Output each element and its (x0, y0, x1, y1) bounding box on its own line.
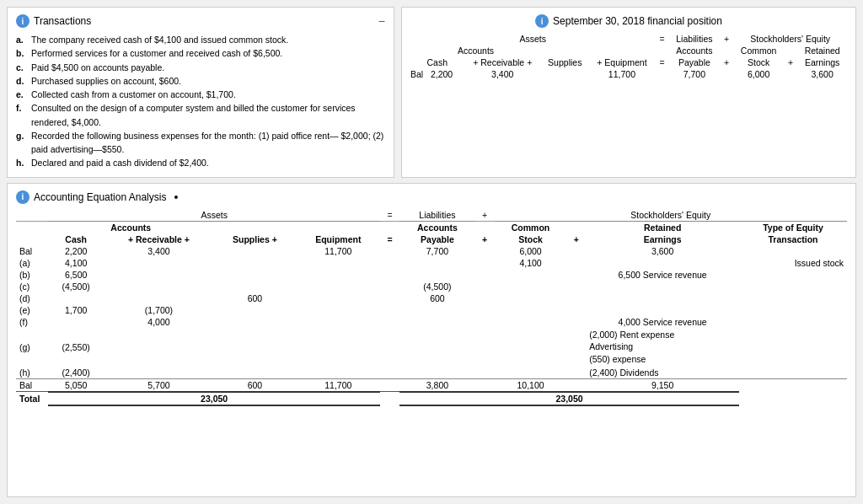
eq-header-row1: Assets = Liabilities + Stockholders' Equ… (16, 209, 847, 222)
eq-row-h: (h) (2,400) (2,400) Dividends (16, 367, 847, 379)
list-item: d. Purchased supplies on account, $600. (16, 74, 385, 88)
minimize-button[interactable]: − (378, 14, 385, 28)
fin-header-row1: Assets = Liabilities + Stockholders' Equ… (410, 33, 847, 45)
eq-row-f: (f) 4,000 4,000 Service revenue (16, 316, 847, 328)
eq-header-row2: Accounts Accounts Common Retained Type o… (16, 221, 847, 233)
fin-header-row3: Cash + Receivable + Supplies + Equipment… (410, 56, 847, 68)
list-item: g. Recorded the following business expen… (16, 129, 385, 157)
fin-bal-row: Bal 2,200 3,400 11,700 7,700 6,000 3,600 (410, 68, 847, 80)
list-item: f. Consulted on the design of a computer… (16, 101, 385, 129)
financial-title: September 30, 2018 financial position (553, 15, 722, 27)
info-icon-fin: i (535, 14, 549, 28)
eq-bal-row: Bal 2,200 3,400 11,700 7,700 6,000 3,600 (16, 245, 847, 257)
transactions-header: i Transactions − (16, 14, 385, 28)
financial-header: i September 30, 2018 financial position (410, 14, 847, 28)
transactions-title: Transactions (34, 15, 91, 27)
list-item: h. Declared and paid a cash dividend of … (16, 156, 385, 169)
eq-total-row: Total 23,050 23,050 (16, 392, 847, 405)
eq-row-a: (a) 4,100 4,100 Issued stock (16, 257, 847, 269)
eq-row-c: (c) (4,500) (4,500) (16, 281, 847, 292)
transactions-panel: i Transactions − a. The company received… (7, 7, 394, 178)
eq-bal2-row: Bal 5,050 5,700 600 11,700 3,800 10,100 … (16, 378, 847, 392)
eq-header-row3: Cash + Receivable + Supplies + Equipment… (16, 233, 847, 245)
transactions-list: a. The company received cash of $4,100 a… (16, 33, 385, 170)
eq-row-g: (g) (2,550) (2,000) Rent expenseAdvertis… (16, 328, 847, 367)
eq-row-e: (e) 1,700 (1,700) (16, 304, 847, 316)
info-icon: i (16, 14, 29, 28)
fin-header-row2: Accounts Accounts Common Retained (410, 45, 847, 56)
list-item: e. Collected cash from a customer on acc… (16, 88, 385, 101)
equation-table: Assets = Liabilities + Stockholders' Equ… (16, 209, 847, 406)
eq-row-b: (b) 6,500 6,500 Service revenue (16, 269, 847, 281)
analysis-header: i Accounting Equation Analysis • (16, 190, 847, 204)
list-item: a. The company received cash of $4,100 a… (16, 33, 385, 46)
analysis-dot[interactable]: • (174, 190, 178, 204)
list-item: b. Performed services for a customer and… (16, 46, 385, 60)
analysis-title: Accounting Equation Analysis (34, 191, 166, 203)
financial-panel: i September 30, 2018 financial position … (401, 7, 856, 178)
info-icon-analysis: i (16, 190, 29, 204)
financial-table: Assets = Liabilities + Stockholders' Equ… (410, 33, 847, 80)
analysis-panel: i Accounting Equation Analysis • Assets … (7, 183, 856, 497)
eq-row-d: (d) 600 600 (16, 292, 847, 304)
list-item: c. Paid $4,500 on accounts payable. (16, 61, 385, 74)
